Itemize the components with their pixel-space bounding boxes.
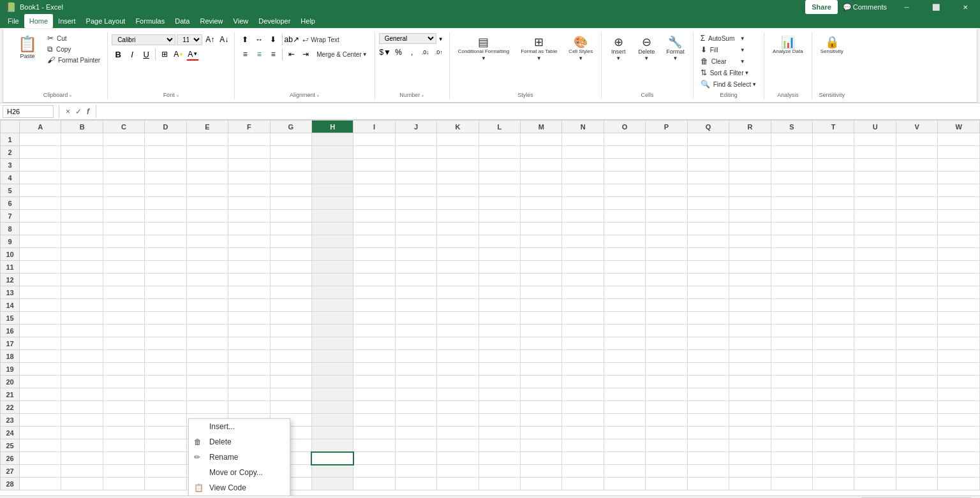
cell-U24[interactable] <box>854 427 896 439</box>
cell-H23[interactable] <box>311 414 353 427</box>
cell-V9[interactable] <box>896 235 937 248</box>
cell-R7[interactable] <box>729 210 771 223</box>
row-header-22[interactable]: 22 <box>1 401 20 414</box>
row-header-26[interactable]: 26 <box>1 452 20 465</box>
cell-Q15[interactable] <box>687 312 729 325</box>
cell-B22[interactable] <box>61 401 103 414</box>
cell-D22[interactable] <box>145 401 186 414</box>
cell-N26[interactable] <box>562 452 604 465</box>
cell-E21[interactable] <box>186 388 228 401</box>
cell-E5[interactable] <box>186 184 228 197</box>
cell-A8[interactable] <box>20 223 61 235</box>
cell-styles-button[interactable]: 🎨 Cell Styles ▼ <box>564 33 597 64</box>
cell-C20[interactable] <box>103 376 144 388</box>
row-header-6[interactable]: 6 <box>1 197 20 210</box>
cell-U26[interactable] <box>854 452 896 465</box>
cell-B10[interactable] <box>61 248 103 261</box>
col-header-g[interactable]: G <box>270 121 311 133</box>
cell-F9[interactable] <box>228 235 270 248</box>
cell-I3[interactable] <box>353 159 395 172</box>
cell-O3[interactable] <box>604 159 645 172</box>
cell-L7[interactable] <box>479 210 520 223</box>
cell-R13[interactable] <box>729 286 771 299</box>
cell-L16[interactable] <box>479 325 520 337</box>
font-size-select[interactable]: 11 <box>177 34 202 45</box>
col-header-w[interactable]: W <box>938 121 980 133</box>
cell-Q19[interactable] <box>687 363 729 376</box>
cell-Q8[interactable] <box>687 223 729 235</box>
cell-C28[interactable] <box>103 478 144 490</box>
cell-L18[interactable] <box>479 350 520 363</box>
cell-H15[interactable] <box>311 312 353 325</box>
cell-V10[interactable] <box>896 248 937 261</box>
fill-color-button[interactable]: A▼ <box>172 48 185 61</box>
cell-Q20[interactable] <box>687 376 729 388</box>
cell-D20[interactable] <box>145 376 186 388</box>
cell-C2[interactable] <box>103 146 144 159</box>
cell-V5[interactable] <box>896 184 937 197</box>
col-header-s[interactable]: S <box>771 121 812 133</box>
cell-C15[interactable] <box>103 312 144 325</box>
cell-M16[interactable] <box>521 325 562 337</box>
cell-M3[interactable] <box>521 159 562 172</box>
cell-Q21[interactable] <box>687 388 729 401</box>
cell-P16[interactable] <box>646 325 687 337</box>
cell-C9[interactable] <box>103 235 144 248</box>
cell-S7[interactable] <box>771 210 812 223</box>
cell-G2[interactable] <box>270 146 311 159</box>
row-header-25[interactable]: 25 <box>1 439 20 452</box>
cell-L24[interactable] <box>479 427 520 439</box>
cell-J27[interactable] <box>395 465 436 478</box>
cell-O12[interactable] <box>604 274 645 286</box>
cell-D3[interactable] <box>145 159 186 172</box>
cell-P25[interactable] <box>646 439 687 452</box>
menu-item-home[interactable]: Home <box>24 14 53 28</box>
share-button[interactable]: Share <box>805 0 838 14</box>
cell-C5[interactable] <box>103 184 144 197</box>
cell-V15[interactable] <box>896 312 937 325</box>
cell-T6[interactable] <box>813 197 854 210</box>
cell-I16[interactable] <box>353 325 395 337</box>
row-header-5[interactable]: 5 <box>1 184 20 197</box>
cell-B8[interactable] <box>61 223 103 235</box>
cell-I24[interactable] <box>353 427 395 439</box>
cell-M23[interactable] <box>521 414 562 427</box>
cell-O1[interactable] <box>604 133 645 146</box>
cell-U3[interactable] <box>854 159 896 172</box>
cell-K5[interactable] <box>437 184 479 197</box>
cell-A28[interactable] <box>20 478 61 490</box>
cell-C1[interactable] <box>103 133 144 146</box>
row-header-10[interactable]: 10 <box>1 248 20 261</box>
cell-Q26[interactable] <box>687 452 729 465</box>
cell-R28[interactable] <box>729 478 771 490</box>
cell-B12[interactable] <box>61 274 103 286</box>
cell-F7[interactable] <box>228 210 270 223</box>
cell-E15[interactable] <box>186 312 228 325</box>
cell-S28[interactable] <box>771 478 812 490</box>
cell-T19[interactable] <box>813 363 854 376</box>
cell-B6[interactable] <box>61 197 103 210</box>
cell-H28[interactable] <box>311 478 353 490</box>
cell-H1[interactable] <box>311 133 353 146</box>
cell-G3[interactable] <box>270 159 311 172</box>
cell-N12[interactable] <box>562 274 604 286</box>
cell-K19[interactable] <box>437 363 479 376</box>
cell-E4[interactable] <box>186 172 228 184</box>
cell-W17[interactable] <box>938 337 980 350</box>
cell-M26[interactable] <box>521 452 562 465</box>
cell-P13[interactable] <box>646 286 687 299</box>
cell-L6[interactable] <box>479 197 520 210</box>
cell-W24[interactable] <box>938 427 980 439</box>
cell-J1[interactable] <box>395 133 436 146</box>
cell-T14[interactable] <box>813 299 854 312</box>
cell-P19[interactable] <box>646 363 687 376</box>
cell-A9[interactable] <box>20 235 61 248</box>
cell-P12[interactable] <box>646 274 687 286</box>
cell-Q1[interactable] <box>687 133 729 146</box>
cell-J11[interactable] <box>395 261 436 274</box>
cell-Q11[interactable] <box>687 261 729 274</box>
menu-item-data[interactable]: Data <box>170 14 195 28</box>
cell-A10[interactable] <box>20 248 61 261</box>
cell-S11[interactable] <box>771 261 812 274</box>
cell-L4[interactable] <box>479 172 520 184</box>
